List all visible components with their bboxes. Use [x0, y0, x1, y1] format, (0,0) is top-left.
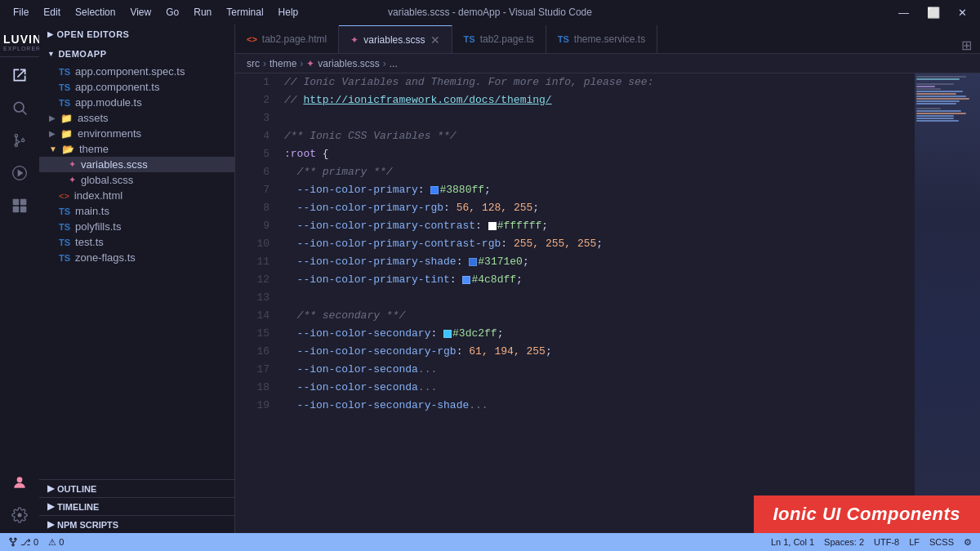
file-polyfills-ts[interactable]: TS polyfills.ts	[39, 219, 234, 234]
ml	[916, 115, 954, 117]
breadcrumb-file-icon: ✦	[306, 58, 314, 69]
breadcrumb-src[interactable]: src	[247, 58, 260, 69]
split-editor-button[interactable]: ⊞	[953, 38, 980, 53]
maximize-button[interactable]: ⬜	[922, 7, 945, 19]
file-index-html[interactable]: <> index.html	[39, 188, 234, 203]
encoding[interactable]: UTF-8	[874, 537, 899, 547]
window-title: variables.scss - demoApp - Visual Studio…	[388, 7, 592, 18]
project-section: ▼ DEMOAPP TS app.component.spec.ts TS ap…	[39, 44, 234, 265]
outline-header[interactable]: ▶ OUTLINE	[39, 479, 234, 497]
file-zone-flags-ts[interactable]: TS zone-flags.ts	[39, 250, 234, 265]
color-swatch-shade	[469, 258, 477, 266]
breadcrumb-more[interactable]: ...	[390, 58, 398, 69]
open-editors-chevron: ▶	[47, 30, 54, 38]
project-header[interactable]: ▼ DEMOAPP	[39, 44, 234, 64]
notifications-icon[interactable]: ⚙	[964, 537, 972, 548]
close-button[interactable]: ✕	[953, 7, 972, 19]
file-global-scss[interactable]: ✦ global.scss	[39, 172, 234, 188]
ml	[916, 78, 960, 80]
status-bar: ⎇ 0 ⚠ 0 Ln 1, Col 1 Spaces: 2 UTF-8 LF S…	[0, 533, 980, 551]
tab-tab2-page-ts[interactable]: TS tab2.page.ts	[452, 25, 546, 53]
html-tab-icon: <>	[247, 34, 257, 44]
menu-go[interactable]: Go	[161, 5, 184, 20]
git-branch-label: ⎇ 0	[20, 537, 38, 548]
line-numbers: 1 2 3 4 5 6 7 8 9 10 11 12 13 14 15 16 1…	[235, 73, 276, 533]
git-branch-status[interactable]: ⎇ 0	[8, 537, 38, 548]
tab-variables-scss[interactable]: ✦ variables.scss ✕	[339, 25, 452, 53]
cursor-position[interactable]: Ln 1, Col 1	[771, 537, 814, 547]
ml	[916, 76, 966, 78]
code-line-15: --ion-color-secondary: #3dc2ff;	[284, 325, 906, 343]
status-left: ⎇ 0 ⚠ 0	[8, 537, 64, 548]
project-chevron: ▼	[47, 50, 55, 58]
debug-icon[interactable]	[5, 158, 34, 188]
tab-label: tab2.page.ts	[480, 33, 534, 45]
tab-theme-service-ts[interactable]: TS theme.service.ts	[546, 25, 657, 53]
open-editors-section: ▶ OPEN EDITORS	[39, 24, 234, 44]
code-line-2: // http://ionicframework.com/docs/themin…	[284, 91, 906, 109]
menu-help[interactable]: Help	[274, 5, 304, 20]
timeline-header[interactable]: ▶ TIMELINE	[39, 497, 234, 515]
color-swatch-contrast	[488, 222, 497, 230]
file-test-ts[interactable]: TS test.ts	[39, 234, 234, 250]
ts-icon: TS	[59, 253, 70, 263]
ml	[916, 100, 960, 102]
minimap	[915, 73, 980, 533]
minimap-visualization	[915, 73, 980, 533]
indentation[interactable]: Spaces: 2	[824, 537, 864, 547]
scss-icon: ✦	[69, 175, 76, 185]
extensions-icon[interactable]	[5, 191, 34, 220]
explorer-icon[interactable]	[5, 60, 34, 90]
html-icon: <>	[59, 191, 69, 201]
minimize-button[interactable]: —	[893, 7, 914, 19]
svg-rect-3	[20, 199, 27, 206]
code-line-13	[284, 289, 906, 307]
account-icon[interactable]	[5, 468, 34, 497]
sidebar-bottom: ▶ OUTLINE ▶ TIMELINE ▶ NPM SCRIPTS	[39, 479, 234, 533]
breadcrumb-file[interactable]: variables.scss	[318, 58, 379, 69]
file-app-component-spec[interactable]: TS app.component.spec.ts	[39, 64, 234, 79]
menu-edit[interactable]: Edit	[38, 5, 65, 20]
file-app-component[interactable]: TS app.component.ts	[39, 79, 234, 95]
folder-chevron: ▼	[49, 144, 57, 153]
search-icon[interactable]	[5, 93, 34, 122]
overlay-banner: Ionic UI Components	[754, 495, 981, 533]
code-line-19: --ion-color-secondary-shade...	[284, 397, 906, 415]
tab-tab2-page-html[interactable]: <> tab2.page.html	[235, 25, 339, 53]
errors-warnings-status[interactable]: ⚠ 0	[48, 537, 64, 548]
settings-icon[interactable]	[5, 500, 34, 530]
ts-tab-icon: TS	[464, 34, 475, 44]
file-main-ts[interactable]: TS main.ts	[39, 203, 234, 219]
project-label: DEMOAPP	[58, 49, 106, 59]
folder-icon: 📁	[60, 113, 73, 124]
line-endings[interactable]: LF	[909, 537, 920, 547]
svg-point-6	[17, 477, 23, 482]
npm-scripts-header[interactable]: ▶ NPM SCRIPTS	[39, 515, 234, 533]
svg-line-1	[23, 111, 27, 115]
window-controls: — ⬜ ✕	[893, 7, 972, 19]
file-variables-scss[interactable]: ✦ variables.scss	[39, 157, 234, 172]
folder-theme[interactable]: ▼ 📂 theme	[39, 141, 234, 157]
menu-terminal[interactable]: Terminal	[221, 5, 268, 20]
breadcrumb-sep3: ›	[383, 58, 386, 69]
menu-view[interactable]: View	[125, 5, 156, 20]
open-editors-header[interactable]: ▶ OPEN EDITORS	[39, 24, 234, 44]
menu-file[interactable]: File	[8, 5, 33, 20]
code-line-7: --ion-color-primary: #3880ff;	[284, 181, 906, 199]
source-control-icon[interactable]	[5, 126, 34, 155]
minimap-lines	[915, 73, 980, 124]
code-content[interactable]: // Ionic Variables and Theming. For more…	[276, 73, 915, 533]
ml	[916, 88, 941, 90]
folder-assets[interactable]: ▶ 📁 assets	[39, 110, 234, 126]
tab-close-button[interactable]: ✕	[430, 33, 440, 47]
filename: global.scss	[81, 174, 133, 186]
language-mode[interactable]: SCSS	[929, 537, 954, 547]
folder-environments[interactable]: ▶ 📁 environments	[39, 126, 234, 141]
menu-run[interactable]: Run	[189, 5, 216, 20]
ts-icon: TS	[59, 222, 70, 232]
file-app-module[interactable]: TS app.module.ts	[39, 95, 234, 110]
breadcrumb-theme[interactable]: theme	[270, 58, 296, 69]
ts-tab-icon: TS	[558, 34, 569, 44]
timeline-chevron: ▶	[47, 501, 54, 512]
menu-selection[interactable]: Selection	[70, 5, 120, 20]
